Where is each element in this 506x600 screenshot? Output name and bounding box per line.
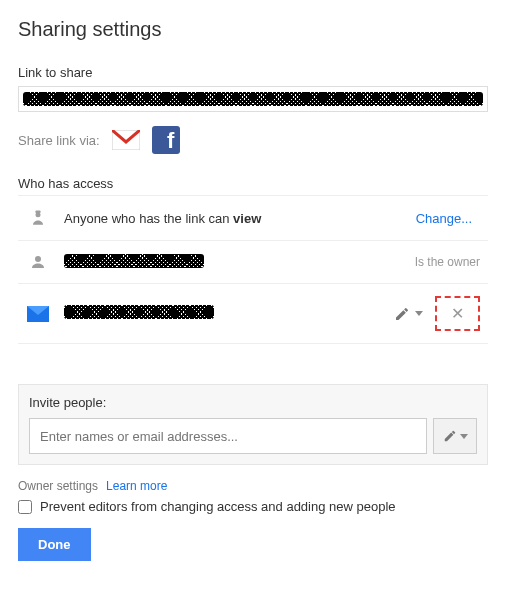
svg-rect-1 <box>152 126 180 154</box>
access-row-link: Anyone who has the link can view Change.… <box>18 196 488 241</box>
invite-input[interactable] <box>29 418 427 454</box>
svg-point-5 <box>35 256 41 262</box>
invite-permission-dropdown[interactable] <box>433 418 477 454</box>
access-link-text: Anyone who has the link can view <box>64 211 416 226</box>
invite-label: Invite people: <box>29 395 477 410</box>
prevent-editors-checkbox[interactable] <box>18 500 32 514</box>
envelope-icon <box>26 306 50 322</box>
access-row-owner: Is the owner <box>18 241 488 284</box>
pencil-icon <box>443 429 457 443</box>
svg-text:f: f <box>167 128 175 153</box>
pencil-icon <box>394 306 410 322</box>
access-row-editor: ✕ <box>18 284 488 344</box>
permission-dropdown[interactable] <box>394 306 423 322</box>
owner-label: Is the owner <box>415 255 480 269</box>
editor-name <box>64 305 394 322</box>
remove-user-button[interactable]: ✕ <box>451 304 464 323</box>
share-via-label: Share link via: <box>18 133 100 148</box>
owner-settings-label: Owner settings <box>18 479 98 493</box>
dialog-title: Sharing settings <box>18 18 488 41</box>
chevron-down-icon <box>415 311 423 316</box>
facebook-icon[interactable]: f <box>152 126 180 154</box>
link-person-icon <box>26 208 50 228</box>
prevent-editors-label: Prevent editors from changing access and… <box>40 499 396 514</box>
owner-name <box>64 254 415 271</box>
invite-panel: Invite people: <box>18 384 488 465</box>
who-has-access-label: Who has access <box>18 176 488 191</box>
chevron-down-icon <box>460 434 468 439</box>
gmail-icon[interactable] <box>112 126 140 154</box>
learn-more-link[interactable]: Learn more <box>106 479 167 493</box>
person-icon <box>26 253 50 271</box>
link-to-share-label: Link to share <box>18 65 488 80</box>
svg-rect-4 <box>36 211 41 214</box>
share-link-input[interactable] <box>18 86 488 112</box>
change-link[interactable]: Change... <box>416 211 472 226</box>
done-button[interactable]: Done <box>18 528 91 561</box>
remove-highlight: ✕ <box>435 296 480 331</box>
prevent-editors-row[interactable]: Prevent editors from changing access and… <box>18 499 488 514</box>
